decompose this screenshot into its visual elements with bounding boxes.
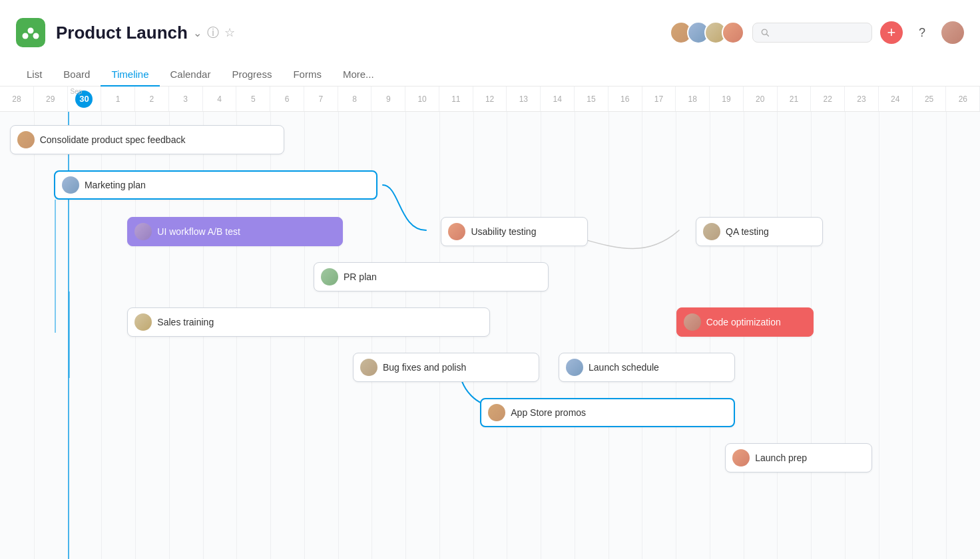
- task-launch-prep[interactable]: Launch prep: [725, 443, 872, 472]
- ruler-cell-30-today: Sep 30: [68, 87, 102, 111]
- ruler-cell-20: 20: [744, 87, 778, 111]
- app-logo[interactable]: [16, 18, 45, 47]
- task-avatar: [448, 223, 465, 240]
- tab-calendar[interactable]: Calendar: [160, 63, 222, 87]
- help-button[interactable]: ?: [911, 21, 933, 44]
- task-label: QA testing: [726, 226, 769, 237]
- ruler-cell-12: 12: [473, 87, 507, 111]
- task-label: PR plan: [344, 272, 377, 282]
- add-button[interactable]: +: [880, 21, 903, 44]
- chevron-down-icon[interactable]: ⌄: [193, 27, 202, 39]
- task-bug-fixes[interactable]: Bug fixes and polish: [353, 353, 539, 382]
- nav-tabs: List Board Timeline Calendar Progress Fo…: [16, 63, 964, 86]
- timeline-container: 28 29 Sep 30 1 2 3 4 5 6 7 8 9 10 11 12 …: [0, 87, 980, 559]
- ruler-cell-23: 23: [845, 87, 879, 111]
- tab-list[interactable]: List: [16, 63, 53, 87]
- task-avatar: [732, 449, 750, 466]
- task-consolidate[interactable]: Consolidate product spec feedback: [10, 125, 284, 154]
- task-ui-ab[interactable]: UI workflow A/B test: [127, 217, 343, 246]
- task-pr-plan[interactable]: PR plan: [314, 262, 549, 291]
- project-title: Product Launch: [56, 23, 188, 43]
- header-right: + ?: [670, 21, 964, 44]
- task-avatar: [360, 359, 377, 376]
- team-avatars: [670, 21, 744, 44]
- task-label: Bug fixes and polish: [383, 362, 466, 373]
- ruler-cell-5: 5: [236, 87, 270, 111]
- header: Product Launch ⌄ ⓘ ☆ + ?: [0, 0, 980, 87]
- task-label: App Store promos: [511, 407, 586, 418]
- ruler-cell-7: 7: [304, 87, 338, 111]
- task-label: Usability testing: [471, 226, 536, 237]
- ruler-cell-19: 19: [710, 87, 744, 111]
- task-avatar: [566, 359, 583, 376]
- task-code-opt[interactable]: Code optimization: [676, 307, 814, 337]
- task-marketing[interactable]: Marketing plan: [54, 170, 377, 200]
- ruler-cell-13: 13: [507, 87, 541, 111]
- task-avatar: [62, 176, 79, 194]
- task-usability[interactable]: Usability testing: [441, 217, 588, 246]
- date-ruler: 28 29 Sep 30 1 2 3 4 5 6 7 8 9 10 11 12 …: [0, 87, 980, 112]
- ruler-cell-17: 17: [642, 87, 676, 111]
- user-avatar[interactable]: [941, 21, 964, 44]
- ruler-cell-28: 28: [0, 87, 34, 111]
- task-label: UI workflow A/B test: [157, 226, 240, 237]
- info-icon[interactable]: ⓘ: [207, 25, 219, 41]
- task-qa[interactable]: QA testing: [696, 217, 823, 246]
- svg-point-1: [23, 33, 29, 39]
- task-sales-training[interactable]: Sales training: [127, 307, 490, 337]
- search-box[interactable]: [752, 23, 872, 43]
- svg-point-0: [28, 28, 34, 34]
- task-label: Consolidate product spec feedback: [40, 134, 186, 145]
- tab-progress[interactable]: Progress: [221, 63, 282, 87]
- ruler-cell-25: 25: [913, 87, 947, 111]
- task-avatar: [17, 131, 35, 148]
- search-input[interactable]: [773, 27, 863, 38]
- search-icon: [761, 28, 769, 37]
- ruler-cell-18: 18: [676, 87, 710, 111]
- svg-point-2: [33, 33, 39, 39]
- task-avatar: [703, 223, 720, 240]
- tab-timeline[interactable]: Timeline: [101, 63, 159, 87]
- task-label: Launch schedule: [589, 362, 659, 373]
- tab-more[interactable]: More...: [332, 63, 385, 87]
- ruler-cell-21: 21: [778, 87, 812, 111]
- task-app-store[interactable]: App Store promos: [480, 398, 735, 427]
- header-top: Product Launch ⌄ ⓘ ☆ + ?: [16, 0, 964, 60]
- ruler-cell-11: 11: [439, 87, 473, 111]
- ruler-cell-10: 10: [405, 87, 439, 111]
- ruler-cell-14: 14: [541, 87, 575, 111]
- task-avatar: [134, 223, 152, 240]
- task-launch-schedule[interactable]: Launch schedule: [559, 353, 735, 382]
- task-avatar: [684, 313, 701, 331]
- ruler-cell-3: 3: [169, 87, 203, 111]
- ruler-cell-6: 6: [270, 87, 304, 111]
- task-label: Launch prep: [755, 453, 807, 463]
- task-label: Marketing plan: [85, 180, 146, 190]
- ruler-cell-1: 1: [101, 87, 135, 111]
- task-avatar: [321, 268, 338, 285]
- ruler-cell-15: 15: [575, 87, 609, 111]
- task-label: Code optimization: [706, 317, 781, 327]
- task-avatar: [134, 313, 152, 331]
- ruler-cell-8: 8: [338, 87, 372, 111]
- star-icon[interactable]: ☆: [224, 25, 235, 40]
- svg-line-4: [766, 34, 768, 36]
- ruler-cell-29: 29: [34, 87, 68, 111]
- tab-forms[interactable]: Forms: [282, 63, 332, 87]
- ruler-cell-9: 9: [371, 87, 405, 111]
- ruler-cell-16: 16: [609, 87, 642, 111]
- ruler-cell-26: 26: [946, 87, 980, 111]
- task-label: Sales training: [157, 317, 214, 327]
- ruler-cell-2: 2: [135, 87, 169, 111]
- ruler-cell-24: 24: [879, 87, 913, 111]
- tab-board[interactable]: Board: [53, 63, 101, 87]
- ruler-cell-4: 4: [203, 87, 237, 111]
- avatar: [722, 21, 744, 44]
- task-avatar: [488, 404, 505, 421]
- timeline-canvas: Consolidate product spec feedback Market…: [0, 112, 980, 559]
- ruler-cell-22: 22: [811, 87, 845, 111]
- project-title-area: Product Launch ⌄ ⓘ ☆: [56, 23, 235, 43]
